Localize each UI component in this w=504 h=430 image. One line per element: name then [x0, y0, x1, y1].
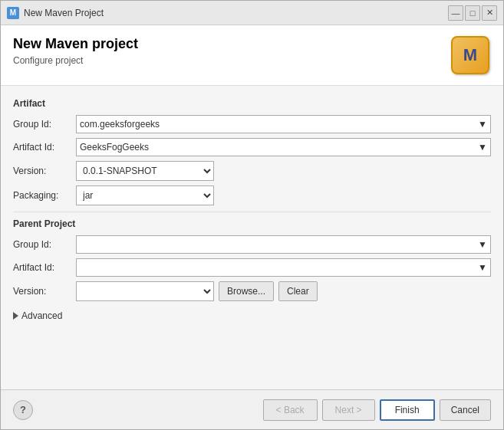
minimize-button[interactable]: —: [448, 5, 463, 21]
artifact-artifact-id-arrow: ▼: [478, 142, 487, 153]
artifact-group-id-arrow: ▼: [478, 119, 487, 130]
parent-artifact-id-label: Artifact Id:: [13, 262, 76, 273]
advanced-row[interactable]: Advanced: [13, 309, 491, 323]
artifact-artifact-id-row: Artifact Id: GeeksFogGeeks ▼: [13, 138, 491, 156]
parent-group-id-arrow: ▼: [478, 239, 487, 250]
clear-button[interactable]: Clear: [278, 281, 318, 301]
titlebar: M New Maven Project — □ ✕: [1, 1, 503, 25]
advanced-expand-icon: [13, 312, 18, 320]
artifact-group-id-value: com.geeksforgeeks: [80, 119, 160, 130]
page-title: New Maven project: [13, 36, 138, 52]
parent-artifact-id-row: Artifact Id: ▼: [13, 258, 491, 277]
artifact-group-id-label: Group Id:: [13, 119, 76, 130]
parent-group-id-label: Group Id:: [13, 239, 76, 250]
footer-left: ?: [13, 400, 33, 420]
parent-artifact-id-arrow: ▼: [478, 262, 487, 273]
window-title: New Maven Project: [24, 8, 448, 18]
next-button[interactable]: Next >: [322, 399, 375, 421]
parent-group-id-row: Group Id: ▼: [13, 235, 491, 254]
close-button[interactable]: ✕: [482, 5, 497, 21]
header-icon-wrap: M: [451, 36, 491, 76]
window-icon: M: [7, 7, 19, 19]
header-text: New Maven project Configure project: [13, 36, 138, 66]
content-area: Artifact Group Id: com.geeksforgeeks ▼ A…: [1, 86, 503, 389]
parent-version-wrap: Browse... Clear: [76, 281, 318, 301]
parent-group-id-input[interactable]: ▼: [76, 235, 491, 254]
header-section: New Maven project Configure project M: [1, 25, 503, 86]
maximize-button[interactable]: □: [465, 5, 480, 21]
artifact-packaging-label: Packaging:: [13, 190, 76, 201]
browse-button[interactable]: Browse...: [219, 281, 274, 301]
help-button[interactable]: ?: [13, 400, 33, 420]
maven-icon: M: [451, 36, 489, 74]
page-subtitle: Configure project: [13, 55, 138, 66]
artifact-artifact-id-label: Artifact Id:: [13, 142, 76, 153]
artifact-packaging-select[interactable]: jar: [76, 185, 214, 205]
artifact-section-label: Artifact: [13, 98, 491, 109]
artifact-version-select[interactable]: 0.0.1-SNAPSHOT: [76, 161, 214, 181]
artifact-version-label: Version:: [13, 166, 76, 176]
artifact-group-id-input[interactable]: com.geeksforgeeks ▼: [76, 115, 491, 133]
back-button[interactable]: < Back: [263, 399, 318, 421]
parent-artifact-id-input[interactable]: ▼: [76, 258, 491, 277]
artifact-artifact-id-input[interactable]: GeeksFogGeeks ▼: [76, 138, 491, 156]
main-window: M New Maven Project — □ ✕ New Maven proj…: [0, 0, 504, 430]
parent-version-select[interactable]: [76, 281, 214, 301]
parent-version-row: Version: Browse... Clear: [13, 281, 491, 301]
artifact-version-row: Version: 0.0.1-SNAPSHOT: [13, 161, 491, 181]
cancel-button[interactable]: Cancel: [440, 399, 491, 421]
finish-button[interactable]: Finish: [380, 399, 435, 421]
footer: ? < Back Next > Finish Cancel: [1, 389, 503, 429]
parent-version-label: Version:: [13, 286, 76, 297]
artifact-artifact-id-value: GeeksFogGeeks: [80, 142, 149, 153]
titlebar-buttons: — □ ✕: [448, 5, 497, 21]
section-divider: [13, 212, 491, 212]
advanced-label: Advanced: [21, 310, 62, 321]
footer-right: < Back Next > Finish Cancel: [263, 399, 491, 421]
parent-section-label: Parent Project: [13, 218, 491, 229]
artifact-group-id-row: Group Id: com.geeksforgeeks ▼: [13, 115, 491, 133]
artifact-packaging-row: Packaging: jar: [13, 185, 491, 205]
